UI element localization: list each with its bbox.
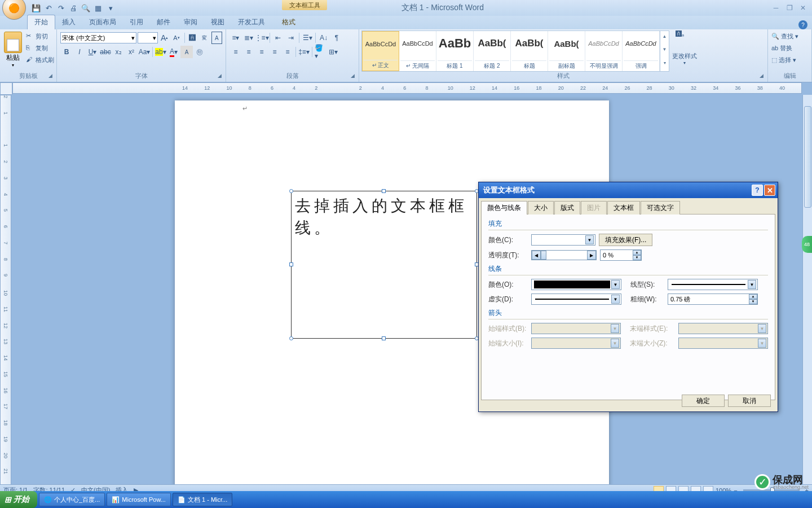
qat-redo[interactable]: ↷ [55,2,67,14]
resize-handle-s[interactable] [382,336,386,340]
resize-handle-nw[interactable] [289,189,293,193]
slider-right[interactable]: ▶ [587,251,596,260]
task-word[interactable]: 📄文档 1 - Micr... [173,493,232,506]
resize-handle-w[interactable] [289,262,293,266]
resize-handle-sw[interactable] [289,336,293,340]
borders-button[interactable]: ⊞▾ [327,46,339,58]
style-heading2[interactable]: AaBb(标题 2 [474,31,511,71]
align-justify-button[interactable]: ≡ [268,46,281,58]
clear-format-button[interactable]: 🅰 [187,32,198,44]
format-painter-button[interactable]: 🖌格式刷 [26,54,54,65]
font-launcher[interactable]: ◢ [215,73,223,81]
tab-mailings[interactable]: 邮件 [150,15,177,29]
tab-home[interactable]: 开始 [27,15,55,29]
bullets-button[interactable]: ≡▾ [230,32,242,44]
tab-insert[interactable]: 插入 [55,15,82,29]
transparency-slider[interactable]: ◀ ▶ [531,250,597,260]
help-button[interactable]: ? [798,20,807,29]
side-tab[interactable]: 48 [802,236,812,253]
minimize-button[interactable]: ─ [769,3,783,13]
dlg-tab-textbox[interactable]: 文本框 [607,201,640,214]
qat-undo[interactable]: ↶ [43,2,54,14]
strike-button[interactable]: abc [99,46,112,58]
ruler-horizontal[interactable]: 1412108642246810121416182022242628303234… [12,82,802,94]
dialog-close-button[interactable]: ✕ [764,185,775,196]
numbering-button[interactable]: ≣▾ [242,32,255,44]
qat-save[interactable]: 💾 [30,2,42,14]
tab-format[interactable]: 格式 [275,15,302,29]
indent-left-button[interactable]: ⇤ [272,32,284,44]
scrollbar-vertical[interactable] [802,95,812,485]
font-size-combo[interactable]: ▾ [138,32,158,43]
select-button[interactable]: ⬚选择▾ [770,54,809,65]
font-color-button[interactable]: A▾ [167,46,180,58]
replace-button[interactable]: ab替换 [770,42,809,54]
scrollbar-thumb[interactable] [804,106,811,208]
resize-handle-n[interactable] [382,189,386,193]
gallery-scroll[interactable]: ▲▼▾ [660,31,669,71]
find-button[interactable]: 🔍查找▾ [770,30,809,42]
style-normal[interactable]: AaBbCcDd↵ 正文 [362,31,399,71]
qat-print[interactable]: 🖨 [68,2,79,14]
enclose-char-button[interactable]: ㊞ [193,46,206,58]
restore-button[interactable]: ❐ [783,3,796,13]
sort-button[interactable]: A↓ [317,32,330,44]
close-button[interactable]: ✕ [796,3,810,13]
align-left-button[interactable]: ≡ [230,46,242,58]
phonetic-button[interactable]: 変 [199,32,210,44]
align-center-button[interactable]: ≡ [242,46,255,58]
line-style-combo[interactable]: ▼ [668,279,758,290]
qat-more[interactable]: ▾ [105,2,116,14]
style-heading1[interactable]: AaBb标题 1 [436,31,474,71]
line-color-combo[interactable]: ▼ [531,279,621,290]
textbox[interactable]: 去掉插入的文本框框线。 [291,191,477,339]
align-right-button[interactable]: ≡ [255,46,268,58]
align-distribute-button[interactable]: ≡ [281,46,294,58]
slider-thumb[interactable] [541,251,546,260]
dialog-titlebar[interactable]: 设置文本框格式 ? ✕ [479,182,778,198]
dialog-help-button[interactable]: ? [752,185,763,196]
char-shading-button[interactable]: A [180,46,193,58]
transparency-spinner[interactable]: 0 %▲▼ [600,249,642,261]
tab-layout[interactable]: 页面布局 [82,15,123,29]
clipboard-launcher[interactable]: ◢ [46,73,54,81]
line-dash-combo[interactable]: ▼ [531,294,621,305]
asian-layout-button[interactable]: ☰▾ [301,32,314,44]
copy-button[interactable]: ⎘复制 [26,42,54,54]
subscript-button[interactable]: x₂ [112,46,125,58]
task-powerpoint[interactable]: 📊Microsoft Pow... [107,493,171,506]
ruler-corner[interactable] [0,82,12,95]
textbox-content[interactable]: 去掉插入的文本框框线。 [292,191,476,242]
grow-font-button[interactable]: A▴ [159,32,170,44]
start-button[interactable]: ⊞开始 [0,491,37,508]
change-styles-button[interactable]: 🅰ₐ 更改样式▾ [672,30,698,72]
qat-preview[interactable]: 🔍 [80,2,91,14]
tab-references[interactable]: 引用 [123,15,150,29]
font-name-combo[interactable]: 宋体 (中文正文)▾ [60,32,136,43]
style-title[interactable]: AaBb(标题 [511,31,548,71]
line-spacing-button[interactable]: ‡≡▾ [298,46,310,58]
slider-left[interactable]: ◀ [532,251,541,260]
paste-button[interactable]: 粘贴▾ [2,30,24,72]
fill-effects-button[interactable]: 填充效果(F)... [599,234,652,246]
ok-button[interactable]: 确定 [682,395,725,407]
highlight-button[interactable]: ab▾ [155,46,167,58]
style-emphasis[interactable]: AaBbCcDd强调 [623,31,660,71]
multilevel-button[interactable]: ⋮≡▾ [255,32,268,44]
indent-right-button[interactable]: ⇥ [285,32,297,44]
styles-launcher[interactable]: ◢ [757,73,765,81]
line-weight-spinner[interactable]: 0.75 磅▲▼ [668,294,758,305]
paragraph-launcher[interactable]: ◢ [348,73,356,81]
style-subtleem[interactable]: AaBbCcDd不明显强调 [585,31,623,71]
superscript-button[interactable]: x² [125,46,138,58]
ruler-vertical[interactable]: 21123456789101112131415161718192021 [0,95,11,485]
dlg-tab-size[interactable]: 大小 [528,201,554,214]
style-nospacing[interactable]: AaBbCcDd↵ 无间隔 [399,31,436,71]
show-marks-button[interactable]: ¶ [330,32,343,44]
shrink-font-button[interactable]: A▾ [171,32,182,44]
cut-button[interactable]: ✂剪切 [26,30,54,42]
italic-button[interactable]: I [73,46,86,58]
task-browser[interactable]: 🌐个人中心_百度... [39,493,105,506]
char-border-button[interactable]: A [211,32,222,44]
tab-review[interactable]: 审阅 [177,15,204,29]
